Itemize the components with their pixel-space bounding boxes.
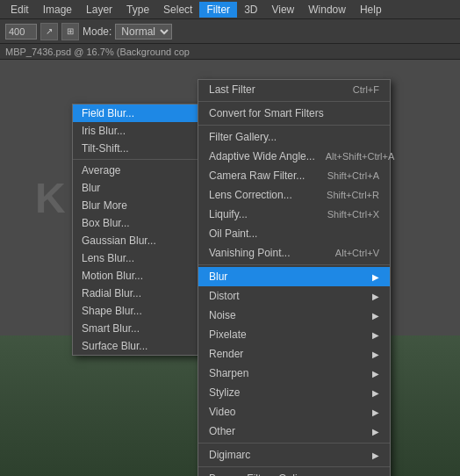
filter-adaptive-label: Adaptive Wide Angle... <box>209 150 315 162</box>
filter-digimarc-arrow: ▶ <box>372 451 379 460</box>
filter-item-gallery[interactable]: Filter Gallery... <box>198 127 390 147</box>
filter-item-blur[interactable]: Blur ▶ <box>198 267 390 286</box>
filter-pixelate-label: Pixelate <box>209 328 247 341</box>
menu-3d[interactable]: 3D <box>237 2 264 18</box>
filter-adaptive-shortcut: Alt+Shift+Ctrl+A <box>326 151 395 162</box>
filter-stylize-arrow: ▶ <box>372 388 379 398</box>
filter-item-oil-paint[interactable]: Oil Paint... <box>198 224 390 243</box>
filter-item-last-filter-label: Last Filter <box>209 83 255 96</box>
left-submenu: Field Blur... Iris Blur... Tilt-Shift...… <box>72 104 212 356</box>
filter-item-video[interactable]: Video ▶ <box>198 402 390 422</box>
filter-pixelate-arrow: ▶ <box>372 330 379 340</box>
filter-item-sharpen[interactable]: Sharpen ▶ <box>198 364 390 383</box>
filter-lens-correction-shortcut: Shift+Ctrl+R <box>327 190 379 200</box>
left-submenu-gaussian-blur[interactable]: Gaussian Blur... <box>73 232 212 249</box>
filter-vanishing-label: Vanishing Point... <box>209 247 291 259</box>
left-submenu-average[interactable]: Average <box>73 162 212 179</box>
menu-filter[interactable]: Filter <box>199 2 237 18</box>
zoom-icon-btn2[interactable]: ⊞ <box>61 23 79 40</box>
filter-render-arrow: ▶ <box>372 350 379 359</box>
left-submenu-surface-blur[interactable]: Surface Blur... <box>73 337 212 355</box>
left-submenu-divider <box>73 159 212 160</box>
filter-item-noise[interactable]: Noise ▶ <box>198 306 390 325</box>
menu-help[interactable]: Help <box>353 2 389 18</box>
filter-item-pixelate[interactable]: Pixelate ▶ <box>198 325 390 344</box>
filter-other-label: Other <box>209 425 235 437</box>
filter-item-adaptive[interactable]: Adaptive Wide Angle... Alt+Shift+Ctrl+A <box>198 147 390 166</box>
filter-vanishing-shortcut: Alt+Ctrl+V <box>335 248 379 258</box>
menu-window[interactable]: Window <box>301 2 353 18</box>
filter-sharpen-label: Sharpen <box>209 367 248 379</box>
zoom-input[interactable] <box>5 24 37 40</box>
filter-dropdown: Last Filter Ctrl+F Convert for Smart Fil… <box>198 79 391 476</box>
left-submenu-box-blur[interactable]: Box Blur... <box>73 214 212 232</box>
menu-edit[interactable]: Edit <box>4 2 36 18</box>
filter-oil-paint-label: Oil Paint... <box>209 227 257 240</box>
filter-item-lens-correction[interactable]: Lens Correction... Shift+Ctrl+R <box>198 185 390 205</box>
filter-blur-arrow: ▶ <box>372 272 379 282</box>
filter-item-digimarc[interactable]: Digimarc ▶ <box>198 445 390 465</box>
filter-liquify-label: Liquify... <box>209 208 248 220</box>
filter-digimarc-label: Digimarc <box>209 449 250 461</box>
filter-item-distort[interactable]: Distort ▶ <box>198 286 390 306</box>
filter-gallery-label: Filter Gallery... <box>209 131 277 143</box>
menu-select[interactable]: Select <box>156 2 199 18</box>
filter-other-arrow: ▶ <box>372 427 379 436</box>
canvas-area: K SD AT.ORG Field Blur... Iris Blur... T… <box>0 60 460 476</box>
filter-item-render[interactable]: Render ▶ <box>198 344 390 364</box>
filter-noise-label: Noise <box>209 309 236 321</box>
left-submenu-smart-blur[interactable]: Smart Blur... <box>73 320 212 337</box>
left-submenu-item-field-blur[interactable]: Field Blur... <box>73 105 212 122</box>
filter-item-other[interactable]: Other ▶ <box>198 422 390 441</box>
zoom-icon-btn[interactable]: ↗ <box>40 23 58 40</box>
filter-item-browse[interactable]: Browse Filters Online... <box>198 469 390 476</box>
left-submenu-lens-blur[interactable]: Lens Blur... <box>73 249 212 267</box>
file-info-text: MBP_7436.psd @ 16.7% (Background cop <box>5 47 190 57</box>
mode-label: Mode: <box>83 25 111 38</box>
left-submenu-blur[interactable]: Blur <box>73 179 212 197</box>
filter-noise-arrow: ▶ <box>372 311 379 321</box>
filter-lens-correction-label: Lens Correction... <box>209 189 292 201</box>
filter-distort-label: Distort <box>209 290 240 302</box>
mode-select[interactable]: Normal <box>115 24 172 40</box>
left-submenu-blur-more[interactable]: Blur More <box>73 197 212 214</box>
filter-divider-3 <box>198 264 390 265</box>
filter-divider-2 <box>198 125 390 126</box>
filter-render-label: Render <box>209 348 243 360</box>
filter-distort-arrow: ▶ <box>372 292 379 301</box>
menu-image[interactable]: Image <box>36 2 79 18</box>
left-submenu-item-tilt-shift[interactable]: Tilt-Shift... <box>73 140 212 157</box>
filter-camera-raw-label: Camera Raw Filter... <box>209 169 305 182</box>
filter-blur-label: Blur <box>209 270 227 283</box>
filter-liquify-shortcut: Shift+Ctrl+X <box>327 209 379 220</box>
left-submenu-motion-blur[interactable]: Motion Blur... <box>73 267 212 285</box>
filter-item-convert-smart-label: Convert for Smart Filters <box>209 107 324 119</box>
file-info-bar: MBP_7436.psd @ 16.7% (Background cop <box>0 44 460 60</box>
filter-item-convert-smart[interactable]: Convert for Smart Filters <box>198 104 390 123</box>
toolbar: ↗ ⊞ Mode: Normal <box>0 19 460 44</box>
filter-item-last-filter[interactable]: Last Filter Ctrl+F <box>198 80 390 99</box>
filter-item-vanishing[interactable]: Vanishing Point... Alt+Ctrl+V <box>198 243 390 263</box>
filter-sharpen-arrow: ▶ <box>372 369 379 379</box>
menu-bar: Edit Image Layer Type Select Filter 3D V… <box>0 0 460 19</box>
left-submenu-shape-blur[interactable]: Shape Blur... <box>73 302 212 320</box>
filter-item-camera-raw[interactable]: Camera Raw Filter... Shift+Ctrl+A <box>198 166 390 185</box>
menu-layer[interactable]: Layer <box>79 2 119 18</box>
filter-item-liquify[interactable]: Liquify... Shift+Ctrl+X <box>198 205 390 224</box>
left-submenu-radial-blur[interactable]: Radial Blur... <box>73 285 212 302</box>
filter-divider-1 <box>198 101 390 102</box>
filter-video-arrow: ▶ <box>372 407 379 417</box>
filter-stylize-label: Stylize <box>209 386 240 399</box>
left-submenu-item-iris-blur[interactable]: Iris Blur... <box>73 122 212 140</box>
menu-view[interactable]: View <box>264 2 301 18</box>
filter-camera-raw-shortcut: Shift+Ctrl+A <box>327 170 379 181</box>
filter-divider-5 <box>198 466 390 467</box>
filter-item-stylize[interactable]: Stylize ▶ <box>198 383 390 402</box>
filter-video-label: Video <box>209 406 235 418</box>
filter-item-last-filter-shortcut: Ctrl+F <box>353 84 379 95</box>
menu-type[interactable]: Type <box>119 2 156 18</box>
filter-divider-4 <box>198 443 390 444</box>
filter-browse-label: Browse Filters Online... <box>209 472 318 476</box>
